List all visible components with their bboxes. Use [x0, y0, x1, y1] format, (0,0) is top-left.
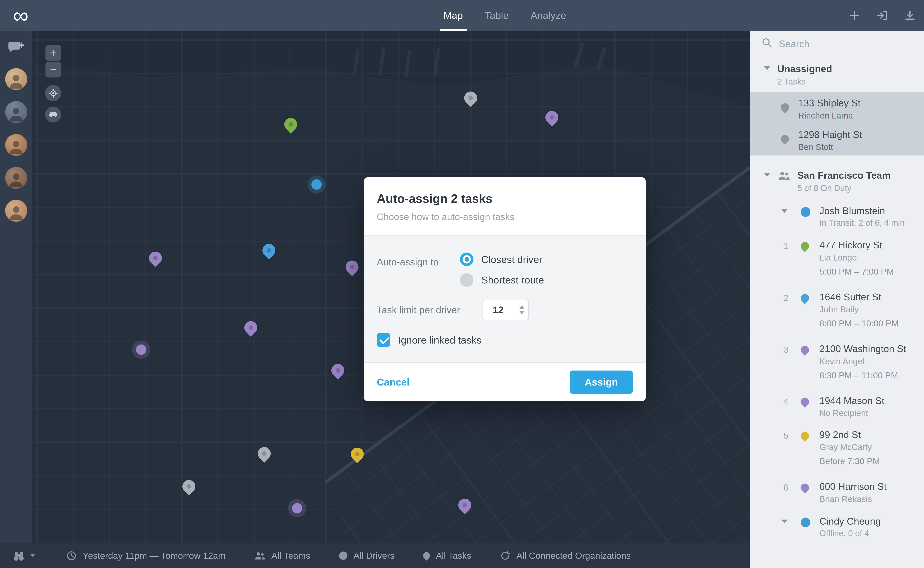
radio-label: Closest driver — [481, 254, 542, 265]
task-address: 1944 Mason St — [819, 395, 924, 406]
unassigned-task-list: 133 Shipley St Rinchen Lama 1298 Haight … — [750, 92, 924, 156]
tab-map[interactable]: Map — [443, 0, 463, 31]
filter-bar: Yesterday 11pm — Tomorrow 12am All Teams… — [0, 543, 750, 568]
locate-icon[interactable] — [45, 85, 61, 101]
task-recipient: Rinchen Lama — [798, 110, 924, 121]
search-input[interactable] — [779, 38, 924, 49]
app-logo-infinity-icon[interactable]: ∞ — [13, 0, 29, 31]
radio-selected-icon[interactable] — [460, 252, 473, 266]
driver-row-cindy[interactable]: Cindy Cheung Offline, 0 of 4 — [750, 509, 924, 544]
task-limit-value: 12 — [483, 300, 515, 320]
map-controls: + − — [45, 45, 61, 122]
task-sidebar: Unassigned 2 Tasks 133 Shipley St Rinche… — [750, 31, 924, 568]
filter-drivers[interactable]: All Drivers — [339, 550, 395, 561]
driver-avatar[interactable] — [5, 68, 27, 90]
task-pin-icon — [779, 133, 791, 145]
assign-button[interactable]: Assign — [570, 370, 633, 394]
stepper-down-icon[interactable] — [520, 311, 524, 314]
task-number: 3 — [777, 344, 788, 355]
driver-avatar[interactable] — [5, 134, 27, 156]
task-row[interactable]: 4 1944 Mason St No Recipient — [750, 390, 924, 420]
map-task-pin[interactable] — [255, 444, 273, 462]
task-recipient: Gray McCarty — [819, 442, 924, 452]
task-recipient: Lia Longo — [819, 252, 924, 263]
task-address: 477 Hickory St — [819, 239, 924, 251]
radio-label: Shortest route — [481, 274, 544, 286]
main-tabs: Map Table Analyze — [443, 0, 566, 31]
task-window-row: Before 7:30 PM — [750, 453, 924, 471]
export-download-icon[interactable] — [904, 9, 916, 22]
task-pin-icon — [799, 292, 811, 304]
driver-avatar[interactable] — [5, 200, 27, 222]
filter-tasks[interactable]: All Tasks — [423, 550, 472, 561]
import-tasks-icon[interactable] — [876, 9, 888, 22]
task-row[interactable]: 5 99 2nd St Gray McCarty Before 7:30 PM — [750, 423, 924, 471]
filter-time-range[interactable]: Yesterday 11pm — Tomorrow 12am — [66, 550, 225, 561]
map-task-pin[interactable] — [242, 319, 260, 337]
people-icon — [254, 551, 265, 560]
map-driver-dot[interactable] — [311, 179, 322, 190]
map-task-pin[interactable] — [456, 496, 474, 514]
map-task-pin[interactable] — [343, 258, 361, 276]
task-limit-stepper[interactable]: 12 — [482, 300, 529, 320]
unassigned-task-row[interactable]: 133 Shipley St Rinchen Lama — [750, 92, 924, 124]
option-shortest-route[interactable]: Shortest route — [460, 273, 544, 287]
map-task-pin[interactable] — [348, 445, 366, 463]
map-task-pin[interactable] — [180, 477, 198, 495]
section-unassigned[interactable]: Unassigned 2 Tasks — [750, 57, 924, 92]
modal-title: Auto-assign 2 tasks — [377, 192, 633, 205]
filter-organizations[interactable]: All Connected Organizations — [500, 550, 631, 561]
task-row[interactable]: 3 2100 Washington St Kevin Angel 8:45 PM… — [750, 337, 924, 385]
map-task-pin[interactable] — [543, 108, 561, 127]
filter-label: All Drivers — [354, 550, 395, 561]
chevron-down-icon[interactable] — [764, 173, 770, 177]
radio-unselected-icon[interactable] — [460, 273, 473, 287]
chevron-down-icon[interactable] — [781, 520, 788, 523]
task-recipient: John Baily — [819, 304, 924, 314]
ignore-linked-checkbox[interactable] — [377, 333, 390, 347]
cancel-button[interactable]: Cancel — [377, 376, 410, 388]
left-driver-rail — [0, 31, 32, 543]
tab-table[interactable]: Table — [485, 0, 509, 31]
unassigned-title: Unassigned — [777, 63, 832, 74]
task-recipient: No Recipient — [819, 408, 924, 418]
task-pin-icon — [799, 482, 811, 494]
option-closest-driver[interactable]: Closest driver — [460, 252, 544, 266]
task-pin-icon — [799, 430, 811, 442]
stepper-arrows[interactable] — [515, 300, 528, 320]
filter-label: All Tasks — [436, 550, 471, 561]
zoom-out-button[interactable]: − — [45, 62, 61, 77]
driver-avatar[interactable] — [5, 167, 27, 189]
task-row[interactable]: 1 477 Hickory St Lia Longo 8:26 PM 5:00 … — [750, 234, 924, 282]
driver-task-list: 1 477 Hickory St Lia Longo 8:26 PM 5:00 … — [750, 234, 924, 505]
task-row[interactable]: 2 1646 Sutter St John Baily 8:38 PM 8:00… — [750, 286, 924, 334]
add-chat-person-icon[interactable] — [8, 40, 24, 58]
chevron-down-icon[interactable] — [764, 66, 770, 70]
task-window: Before 7:30 PM — [819, 456, 880, 466]
driver-avatar[interactable] — [5, 101, 27, 123]
stepper-up-icon[interactable] — [520, 305, 524, 308]
vehicle-car-icon[interactable] — [45, 107, 61, 122]
map-task-pin[interactable] — [282, 115, 300, 134]
zoom-in-button[interactable]: + — [45, 45, 61, 60]
driver-status: In Transit, 2 of 6, 4 min — [819, 218, 924, 228]
driver-row-josh[interactable]: Josh Blumstein In Transit, 2 of 6, 4 min… — [750, 199, 924, 234]
filter-teams[interactable]: All Teams — [254, 550, 310, 561]
chevron-down-icon[interactable] — [30, 554, 35, 557]
driver-name: Cindy Cheung — [819, 516, 924, 527]
unassigned-task-row[interactable]: 1298 Haight St Ben Stott — [750, 124, 924, 156]
auto-assign-to-label: Auto-assign to — [377, 252, 460, 287]
map-view-binoculars-icon[interactable] — [12, 550, 35, 562]
map-task-pin[interactable] — [260, 241, 278, 260]
map-task-pin[interactable] — [146, 249, 164, 267]
section-team[interactable]: San Francisco Team 5 of 8 On Duty — [750, 163, 924, 199]
map-task-pin[interactable] — [461, 89, 480, 107]
map-driver-dot[interactable] — [292, 503, 302, 514]
chevron-down-icon[interactable] — [781, 209, 788, 213]
add-task-plus-icon[interactable] — [849, 9, 861, 22]
map-driver-dot[interactable] — [136, 344, 146, 355]
task-row[interactable]: 6 600 Harrison St Brian Rekasis — [750, 475, 924, 505]
topbar-actions: ? — [849, 0, 924, 31]
map-task-pin[interactable] — [329, 361, 347, 379]
tab-analyze[interactable]: Analyze — [531, 0, 566, 31]
